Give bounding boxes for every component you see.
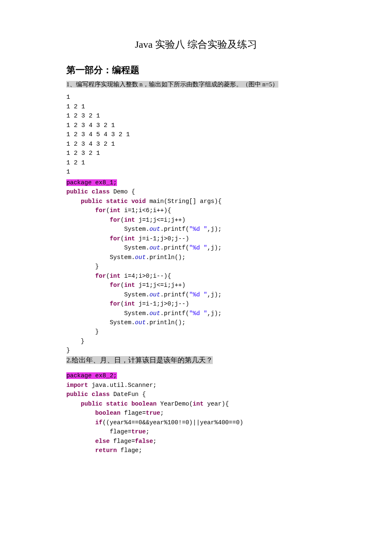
package-highlight: package ex8_2; [66, 372, 117, 379]
string-literal: "%d " [189, 244, 207, 251]
kw-class: class [88, 188, 110, 195]
static-field: out [149, 291, 160, 298]
string-literal: "%d " [189, 310, 207, 317]
code-text: YearDemo( [157, 401, 193, 407]
kw-else: else [66, 438, 110, 445]
kw-int: int [124, 282, 135, 289]
section-heading: 第一部分：编程题 [66, 64, 326, 77]
question-2: 2.给出年、月、日，计算该日是该年的第几天？ [66, 356, 213, 364]
kw-int: int [124, 301, 135, 307]
code-text: i=4;i>0;i--){ [121, 273, 171, 279]
page-title: Java 实验八 综合实验及练习 [66, 37, 326, 52]
code-text: j=1;j<=i;j++) [135, 282, 185, 289]
code-text: ,j); [207, 244, 222, 251]
kw-for: for [66, 217, 121, 223]
kw-true: true [146, 410, 160, 416]
kw-false: false [135, 438, 153, 445]
kw-import: import [66, 382, 88, 389]
static-field: out [135, 319, 146, 326]
kw-boolean: boolean [128, 401, 157, 407]
code-text: ; [160, 410, 164, 416]
kw-public: public [66, 188, 88, 195]
code-text: System. [66, 310, 149, 317]
kw-class: class [88, 391, 110, 398]
question-2-row: 2.给出年、月、日，计算该日是该年的第几天？ [66, 355, 326, 366]
code-text: System. [66, 291, 149, 298]
static-field: out [149, 244, 160, 251]
code-text: ; [146, 428, 149, 435]
kw-public: public [66, 401, 102, 407]
code-text: ( [121, 301, 124, 307]
kw-static: static [102, 198, 128, 205]
kw-int: int [110, 207, 120, 214]
code-text: flage= [110, 438, 135, 445]
code-text: DateFun { [110, 391, 146, 398]
string-literal: "%d " [189, 226, 207, 232]
code-text: flage= [121, 410, 146, 416]
code-text: flage= [66, 428, 131, 435]
string-literal: "%d " [189, 291, 207, 298]
code-text: ,j); [207, 291, 222, 298]
code-text: .printf( [160, 310, 189, 317]
question-1-row: 1、编写程序实现输入整数 n，输出如下所示由数字组成的菱形。（图中 n=5） [66, 79, 326, 89]
code-text: j=i-1;j>0;j--) [135, 301, 189, 307]
code-text: ; [153, 438, 157, 445]
code-text: main(String[] args){ [146, 198, 222, 205]
code-text: ( [121, 217, 124, 223]
question-1: 1、编写程序实现输入整数 n，输出如下所示由数字组成的菱形。（图中 n=5） [66, 81, 278, 88]
kw-true: true [131, 428, 146, 435]
kw-for: for [66, 235, 121, 242]
code-text: flage; [117, 447, 142, 454]
code-text: .printf( [160, 244, 189, 251]
static-field: out [135, 254, 146, 261]
code-text: .printf( [160, 226, 189, 232]
code-text: System. [66, 244, 149, 251]
code-text: Demo { [110, 188, 135, 195]
code-text: .println(); [146, 254, 185, 261]
kw-for: for [66, 301, 121, 307]
code-text: } [66, 263, 99, 270]
code-text: ( [121, 282, 124, 289]
code-text: j=1;j<=i;j++) [135, 217, 185, 223]
code-text: ((year%4==0&&year%100!=0)||year%400==0) [102, 419, 243, 426]
kw-void: void [128, 198, 146, 205]
kw-public: public [66, 391, 88, 398]
code-text: System. [66, 226, 149, 232]
code-text: ,j); [207, 226, 222, 232]
code-text: year){ [204, 401, 229, 407]
code-text: .println(); [146, 319, 185, 326]
code-text: } [66, 328, 99, 335]
spacer [66, 365, 326, 371]
code-text: java.util.Scanner; [88, 382, 156, 389]
static-field: out [149, 310, 160, 317]
kw-int: int [124, 217, 135, 223]
code-block-2: package ex8_2; import java.util.Scanner;… [66, 371, 326, 455]
kw-boolean: boolean [66, 410, 121, 416]
output-diamond: 1 1 2 1 1 2 3 2 1 1 2 3 4 3 2 1 1 2 3 4 … [66, 93, 326, 177]
code-text: ,j); [207, 310, 222, 317]
kw-static: static [102, 401, 128, 407]
package-highlight: package ex8_1; [66, 179, 117, 186]
static-field: out [149, 226, 160, 232]
kw-int: int [110, 273, 120, 279]
kw-for: for [66, 282, 121, 289]
code-text: .printf( [160, 291, 189, 298]
kw-for: for [66, 273, 106, 279]
code-text: System. [66, 319, 135, 326]
kw-for: for [66, 207, 106, 214]
code-text: System. [66, 254, 135, 261]
code-text: ( [121, 235, 124, 242]
kw-return: return [66, 447, 117, 454]
kw-int: int [124, 235, 135, 242]
code-text: i=1;i<6;i++){ [121, 207, 171, 214]
code-block-1: package ex8_1; public class Demo { publi… [66, 178, 326, 355]
kw-public: public [66, 198, 102, 205]
code-text: } [66, 338, 85, 345]
code-text: } [66, 347, 70, 354]
kw-int: int [193, 401, 204, 407]
code-text: j=i-1;j>0;j--) [135, 235, 189, 242]
kw-if: if [66, 419, 102, 426]
